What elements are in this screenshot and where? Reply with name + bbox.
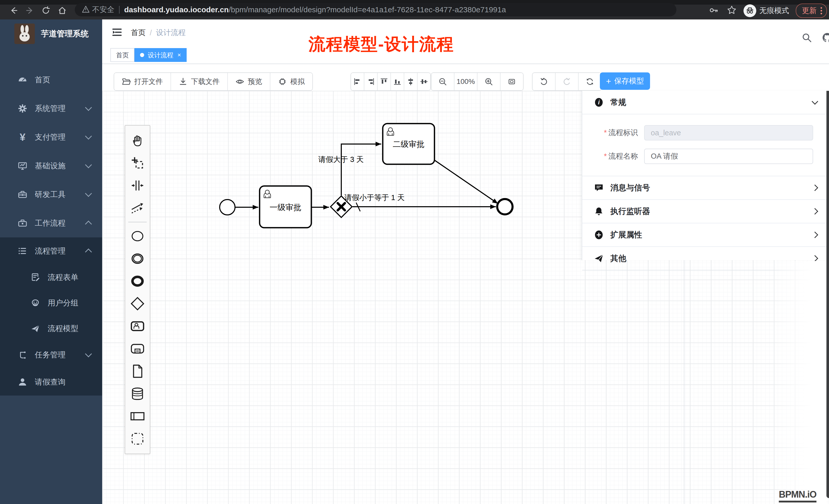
- zoom-out-icon: [438, 77, 447, 86]
- sidebar-item-home[interactable]: 首页: [0, 66, 102, 94]
- zoom-reset-button[interactable]: [501, 73, 523, 90]
- incognito-indicator[interactable]: 无痕模式: [744, 4, 789, 17]
- history-button-group: [532, 72, 602, 91]
- simulate-button[interactable]: 模拟: [271, 73, 312, 90]
- button-label: 打开文件: [134, 77, 163, 86]
- branch-icon: [18, 350, 27, 359]
- sidebar-item-task-mgmt[interactable]: 任务管理: [0, 341, 102, 369]
- process-name-label: *流程名称: [582, 151, 638, 161]
- list-tree-icon: [18, 246, 27, 256]
- form-edit-icon: [31, 273, 40, 282]
- app-logo-row[interactable]: 芋道管理系统: [0, 22, 102, 46]
- flow-gateway-to-task2[interactable]: [341, 144, 381, 195]
- user-task-level2[interactable]: 二级审批: [383, 124, 434, 164]
- section-general[interactable]: i 常规: [582, 91, 829, 114]
- align-button-group: [351, 72, 431, 91]
- refresh-button[interactable]: [579, 73, 601, 90]
- sidebar-item-process-form[interactable]: 流程表单: [0, 265, 102, 290]
- github-icon[interactable]: [822, 32, 829, 43]
- button-label: 下载文件: [191, 77, 220, 86]
- align-bottom-icon: [393, 77, 402, 86]
- section-title: 扩展属性: [610, 230, 642, 240]
- sidebar-item-workflow[interactable]: 工作流程: [0, 209, 102, 237]
- chevron-down-icon: [85, 133, 92, 140]
- align-bottom-button[interactable]: [391, 73, 404, 90]
- section-extended-attrs[interactable]: 扩展属性: [582, 223, 829, 247]
- tab-close-icon[interactable]: ×: [177, 51, 181, 59]
- zoom-in-button[interactable]: [477, 73, 501, 90]
- sidebar-item-devtools[interactable]: 研发工具: [0, 180, 102, 209]
- plus-icon: +: [606, 76, 611, 86]
- zoom-in-icon: [484, 77, 493, 86]
- browser-reload-icon[interactable]: [41, 6, 50, 15]
- align-center-button[interactable]: [418, 73, 430, 90]
- tab-design-process[interactable]: 设计流程 ×: [135, 48, 187, 62]
- redo-button[interactable]: [555, 73, 579, 90]
- bpmn-io-watermark[interactable]: BPMN.iO: [779, 489, 817, 502]
- sidebar-item-payment[interactable]: ¥ 支付管理: [0, 123, 102, 151]
- process-name-input[interactable]: [644, 149, 813, 164]
- align-right-icon: [366, 77, 375, 86]
- save-model-button[interactable]: + 保存模型: [600, 72, 650, 90]
- tab-label: 设计流程: [148, 51, 173, 60]
- user-task-level1[interactable]: 一级审批: [260, 186, 311, 228]
- sidebar-item-user-group[interactable]: 用户分组: [0, 290, 102, 316]
- sidebar-item-label: 流程模型: [48, 323, 78, 334]
- end-event[interactable]: [497, 199, 512, 215]
- browser-update-button[interactable]: 更新: [796, 4, 827, 18]
- align-top-button[interactable]: [377, 73, 391, 90]
- align-right-button[interactable]: [364, 73, 377, 90]
- undo-button[interactable]: [533, 73, 555, 90]
- flow-label-le1[interactable]: 请假小于等于 1 天: [344, 193, 404, 202]
- menu-dots-icon: [820, 6, 822, 15]
- chevron-down-icon: [812, 98, 818, 105]
- section-message-signal[interactable]: 消息与信号: [582, 176, 829, 200]
- zoom-out-button[interactable]: [431, 73, 455, 90]
- not-secure-label[interactable]: 不安全: [92, 5, 114, 15]
- chevron-down-icon: [85, 350, 92, 357]
- sidebar-item-system[interactable]: 系统管理: [0, 94, 102, 123]
- monitor-icon: [18, 161, 27, 170]
- browser-urlbar[interactable]: 不安全 dashboard.yudao.iocoder.cn/bpm/manag…: [75, 3, 676, 16]
- search-icon[interactable]: [801, 32, 812, 43]
- browser-forward-icon[interactable]: [26, 6, 34, 15]
- key-icon[interactable]: [709, 5, 719, 16]
- folder-open-icon: [122, 77, 131, 86]
- section-execution-listener[interactable]: 执行监听器: [582, 200, 829, 223]
- sidebar-item-infra[interactable]: 基础设施: [0, 151, 102, 180]
- download-file-button[interactable]: 下载文件: [171, 73, 228, 90]
- sidebar-collapse-icon[interactable]: [112, 27, 122, 37]
- gear-icon: [18, 104, 27, 113]
- chevron-right-icon: [812, 255, 818, 262]
- align-middle-icon: [406, 77, 415, 86]
- sidebar-item-process-model[interactable]: 流程模型: [0, 316, 102, 341]
- open-file-button[interactable]: 打开文件: [114, 73, 171, 90]
- dashboard-icon: [18, 75, 27, 84]
- breadcrumb-current: 设计流程: [156, 28, 186, 38]
- breadcrumb-home[interactable]: 首页: [131, 28, 146, 38]
- flow-label-gt3[interactable]: 请假大于 3 天: [318, 155, 364, 163]
- align-left-button[interactable]: [351, 73, 364, 90]
- bookmark-star-icon[interactable]: [727, 5, 737, 16]
- preview-button[interactable]: 预览: [228, 73, 271, 90]
- chevron-up-icon: [85, 221, 92, 227]
- tab-home[interactable]: 首页: [110, 48, 135, 62]
- start-event[interactable]: [220, 200, 235, 215]
- flow-task2-to-end[interactable]: [434, 160, 498, 204]
- sidebar-item-leave-query[interactable]: 请假查询: [0, 369, 102, 395]
- sidebar-item-label: 基础设施: [35, 161, 66, 171]
- warning-triangle-icon: [82, 5, 89, 14]
- chevron-down-icon: [85, 161, 92, 168]
- sidebar-item-label: 支付管理: [35, 132, 66, 143]
- process-key-input[interactable]: [644, 125, 813, 141]
- save-model-label: 保存模型: [614, 76, 644, 86]
- browser-home-icon[interactable]: [58, 6, 67, 15]
- sidebar-item-process-mgmt[interactable]: 流程管理: [0, 237, 102, 265]
- section-title: 常规: [610, 97, 626, 108]
- plus-circle-icon: [594, 230, 604, 240]
- process-key-label: *流程标识: [582, 128, 638, 138]
- align-middle-button[interactable]: [404, 73, 418, 90]
- chevron-right-icon: [812, 208, 818, 215]
- browser-back-icon[interactable]: [9, 6, 18, 15]
- incognito-icon: [744, 4, 756, 17]
